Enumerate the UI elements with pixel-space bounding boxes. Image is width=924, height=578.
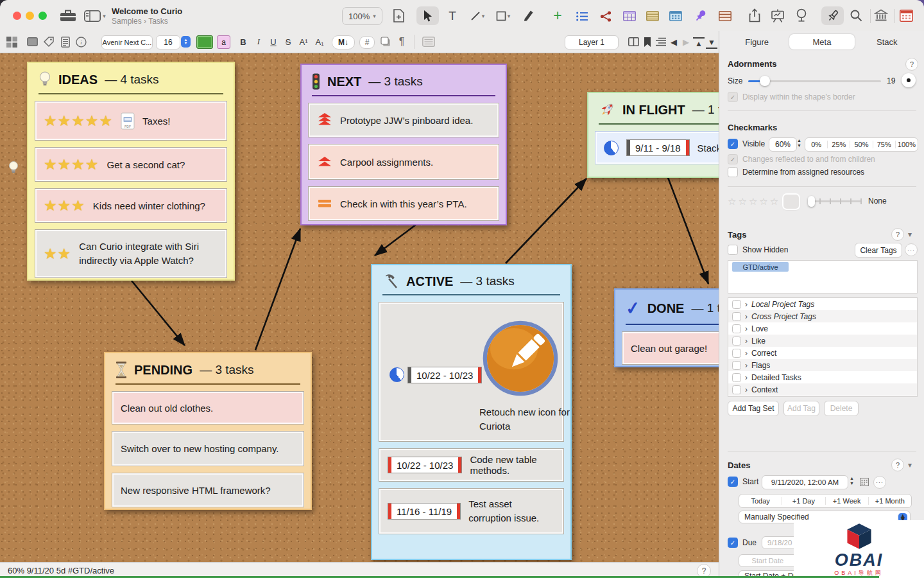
date-options-button[interactable]: ···: [873, 476, 886, 489]
tag-set-row[interactable]: ›Local Project Tags: [728, 298, 917, 310]
idea-space-canvas[interactable]: IDEAS — 4 tasks ★★★★★ PDF Taxes! ★★★★ Ge…: [0, 53, 719, 562]
add-figure-button[interactable]: +: [549, 7, 566, 24]
album-figure-button[interactable]: [644, 8, 661, 24]
list-style-button[interactable]: [574, 8, 590, 24]
info-icon[interactable]: i: [73, 35, 89, 49]
pinboard-figure-button[interactable]: [692, 7, 709, 24]
new-idea-space-button[interactable]: [390, 8, 407, 24]
task-item[interactable]: New responsive HTML framework?: [112, 473, 304, 507]
library-icon[interactable]: [873, 7, 889, 24]
tag-set-row[interactable]: ›Correct: [728, 347, 917, 359]
outline-indent-icon[interactable]: [654, 36, 668, 48]
nav-forward-button[interactable]: ▶: [680, 35, 692, 48]
clear-tags-button[interactable]: Clear Tags: [855, 243, 902, 258]
tag-set-row[interactable]: ›Context: [728, 383, 917, 396]
due-date-row[interactable]: ✓ Due: [728, 538, 757, 548]
star-rating[interactable]: ★★★★★: [44, 112, 113, 130]
task-item[interactable]: ★★★★ Get a second cat?: [35, 147, 227, 182]
index-cards-button[interactable]: [717, 8, 733, 24]
split-view-icon[interactable]: [626, 36, 640, 48]
share-icon[interactable]: [746, 7, 763, 24]
zoom-control[interactable]: 100%▾: [342, 7, 382, 25]
font-size-stepper[interactable]: ▲▼: [181, 36, 191, 48]
nav-back-button[interactable]: ◀: [668, 35, 680, 48]
list-ideas[interactable]: IDEAS — 4 tasks ★★★★★ PDF Taxes! ★★★★ Ge…: [27, 62, 235, 281]
strikethrough-button[interactable]: S: [281, 35, 295, 49]
size-slider-track[interactable]: [748, 80, 881, 82]
task-item[interactable]: 11/16 - 11/19 Test asset corruption issu…: [379, 488, 564, 534]
task-item[interactable]: ★★★ Kids need winter clothing?: [35, 188, 227, 223]
changes-reflected-row[interactable]: ✓ Changes reflected to and from children: [728, 154, 875, 164]
help-button[interactable]: ?: [905, 58, 918, 71]
assigned-tag-chip[interactable]: GTD/active: [732, 262, 789, 272]
priority-slider-knob[interactable]: [808, 196, 815, 207]
star-rating[interactable]: ★★★★: [44, 156, 99, 173]
start-date-field[interactable]: 9/11/2020, 12:00 AM: [762, 475, 848, 489]
text-highlight-swatch[interactable]: a: [217, 35, 230, 49]
percent-stepper[interactable]: ▲▼: [797, 138, 801, 148]
shape-tool-button[interactable]: ▾: [493, 8, 513, 24]
font-size-field[interactable]: 16: [156, 35, 180, 49]
subscript-button[interactable]: A₁: [312, 35, 327, 49]
show-hidden-row[interactable]: Show Hidden: [728, 245, 788, 255]
status-globe-icon[interactable]: [793, 7, 810, 24]
task-item[interactable]: Prototype JJW’s pinboard idea.: [308, 103, 499, 137]
priority-slider-track[interactable]: [810, 200, 862, 202]
tag-set-row[interactable]: ›Love: [728, 322, 917, 335]
collapse-chevron-icon[interactable]: ▾: [908, 230, 912, 239]
shadow-style-icon[interactable]: [379, 35, 393, 48]
tab-stack[interactable]: Stack: [855, 34, 920, 49]
rating-stars-empty[interactable]: ☆☆☆☆☆: [728, 196, 780, 207]
checkbox-checked-disabled[interactable]: ✓: [728, 154, 738, 164]
brush-tool-button[interactable]: [520, 8, 536, 24]
line-tool-button[interactable]: ▾: [467, 8, 488, 24]
assigned-tags-box[interactable]: GTD/active: [728, 260, 918, 293]
today-button[interactable]: Today: [739, 497, 782, 505]
preset-25[interactable]: 25%: [827, 141, 850, 148]
checkbox-unchecked[interactable]: [732, 349, 741, 358]
calendar-figure-button[interactable]: [667, 8, 684, 24]
underline-button[interactable]: U: [266, 35, 280, 49]
text-tool-button[interactable]: T: [444, 8, 461, 24]
start-date-stepper[interactable]: ▲▼: [850, 476, 854, 486]
start-date-row[interactable]: ✓ Start: [728, 477, 758, 487]
tags-more-button[interactable]: ···: [905, 243, 918, 256]
font-family-field[interactable]: Avenir Next C...: [101, 35, 153, 49]
help-button[interactable]: ?: [891, 459, 904, 471]
plus-1-week-button[interactable]: +1 Week: [825, 497, 868, 505]
notes-icon[interactable]: [58, 35, 73, 49]
checkbox-unchecked[interactable]: [728, 245, 738, 255]
display-within-border-row[interactable]: ✓ Display within the shape's border: [728, 92, 855, 102]
list-active[interactable]: ACTIVE — 3 tasks 10/22 - 10/23: [371, 264, 572, 560]
checkbox-checked[interactable]: ✓: [728, 477, 738, 487]
label-color-well[interactable]: [783, 195, 799, 209]
jump-bottom-button[interactable]: ▼: [706, 37, 717, 49]
checkbox-unchecked[interactable]: [732, 324, 741, 333]
minimize-window-button[interactable]: [26, 12, 34, 20]
task-item[interactable]: ★★★★★ PDF Taxes!: [35, 101, 227, 141]
tab-meta[interactable]: Meta: [789, 34, 854, 49]
grid-view-icon[interactable]: [4, 35, 19, 49]
checkbox-checked[interactable]: ✓: [728, 538, 738, 548]
mind-map-button[interactable]: [597, 8, 614, 24]
calendar-app-icon[interactable]: [898, 7, 914, 24]
task-item[interactable]: 10/22 - 10/23 Code new table methods.: [379, 448, 564, 482]
list-box-icon[interactable]: [421, 35, 436, 48]
italic-button[interactable]: I: [252, 35, 266, 49]
shape-style-icon[interactable]: [24, 35, 40, 49]
sidebar-toggle-button[interactable]: ▾: [82, 9, 108, 23]
task-item[interactable]: 10/22 - 10/23 Retouch new icon for Curio…: [379, 302, 564, 442]
hash-button[interactable]: #: [359, 36, 375, 49]
checkbox-checked-disabled[interactable]: ✓: [728, 92, 738, 102]
search-icon[interactable]: [848, 7, 864, 24]
star-rating[interactable]: ★★: [44, 245, 71, 263]
checkbox-unchecked[interactable]: [732, 361, 741, 370]
task-item[interactable]: ★★ Can Curio integrate with Siri indirec…: [35, 229, 227, 278]
task-item[interactable]: Switch over to new hosting company.: [112, 431, 304, 466]
list-next[interactable]: NEXT — 3 tasks Prototype JJW’s pinboard …: [300, 64, 507, 225]
tag-set-row[interactable]: ›Detailed Tasks: [728, 371, 917, 383]
percent-field[interactable]: 60%: [769, 137, 797, 152]
checkbox-unchecked[interactable]: [732, 312, 741, 321]
select-tool-button[interactable]: [416, 6, 439, 25]
list-pending[interactable]: PENDING — 3 tasks Clean out old clothes.…: [104, 352, 312, 510]
